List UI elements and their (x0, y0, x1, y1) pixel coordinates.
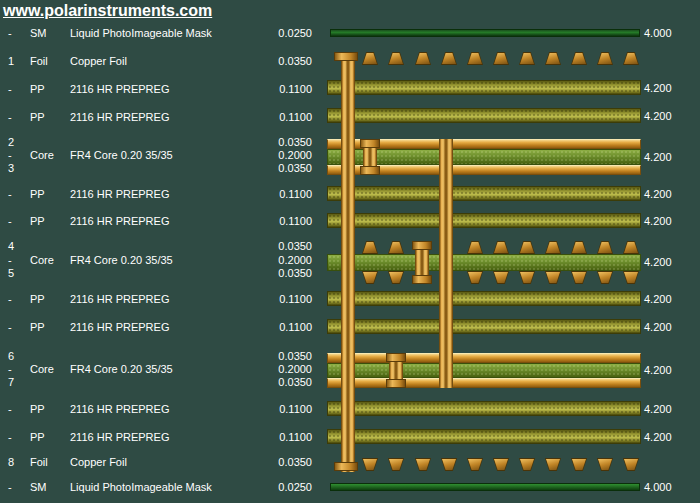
layer-description: FR4 Core 0.20 35/35 (70, 254, 173, 266)
layer-type: Foil (30, 456, 48, 468)
layer-number: - (8, 111, 12, 123)
copper-trace (623, 241, 639, 254)
layer-description: 2116 HR PREPREG (70, 403, 169, 415)
copper-trace-fill (363, 53, 377, 64)
layer-thickness: 0.0350 (230, 136, 312, 148)
copper-trace (388, 241, 404, 254)
prepreg-bar (327, 319, 641, 334)
copper-trace (519, 271, 535, 284)
layer-number: 8 (8, 456, 14, 468)
copper-trace (362, 458, 378, 471)
layer-number: - (8, 431, 12, 443)
copper-trace (467, 241, 483, 254)
layer-thickness: 0.2000 (230, 254, 312, 266)
copper-trace-fill (598, 242, 612, 253)
layer-number: 2 (8, 136, 14, 148)
layer-thickness: 0.2000 (230, 363, 312, 375)
layer-number: - (8, 83, 12, 95)
layer-thickness: 0.1100 (230, 111, 312, 123)
copper-trace-fill (363, 459, 377, 470)
layer-type: PP (30, 321, 45, 333)
copper-trace (362, 241, 378, 254)
prepreg-bar (327, 291, 641, 306)
layer-number: - (8, 321, 12, 333)
site-link[interactable]: www.polarinstruments.com (3, 2, 212, 20)
layer-description: 2116 HR PREPREG (70, 293, 169, 305)
core-dielectric-bar (327, 254, 641, 271)
layer-thickness: 0.0350 (230, 350, 312, 362)
layer-type: Core (30, 363, 54, 375)
prepreg-bar (327, 401, 641, 416)
layer-thickness: 0.1100 (230, 293, 312, 305)
via-pad (334, 462, 358, 471)
via-pad (360, 139, 380, 148)
copper-trace-fill (624, 459, 638, 470)
copper-trace-fill (494, 272, 508, 283)
copper-trace (388, 458, 404, 471)
copper-trace-fill (546, 53, 560, 64)
layer-number: - (8, 254, 12, 266)
copper-trace-fill (546, 272, 560, 283)
copper-trace-fill (468, 272, 482, 283)
layer-width-label: 4.200 (644, 151, 672, 163)
layer-width-label: 4.000 (644, 481, 672, 493)
via-pad (386, 379, 406, 388)
copper-trace-fill (520, 272, 534, 283)
layer-thickness: 0.1100 (230, 403, 312, 415)
copper-trace (493, 241, 509, 254)
layer-number: 6 (8, 350, 14, 362)
layer-type: PP (30, 403, 45, 415)
layer-thickness: 0.0350 (230, 376, 312, 388)
layer-thickness: 0.0250 (230, 481, 312, 493)
copper-trace (519, 458, 535, 471)
layer-description: FR4 Core 0.20 35/35 (70, 149, 173, 161)
copper-trace (571, 271, 587, 284)
layer-thickness: 0.0350 (230, 240, 312, 252)
copper-plane-bar (327, 378, 641, 388)
copper-trace (545, 458, 561, 471)
layer-number: 3 (8, 162, 14, 174)
copper-trace (441, 458, 457, 471)
copper-trace (545, 52, 561, 65)
copper-trace-fill (520, 242, 534, 253)
copper-trace-fill (572, 459, 586, 470)
layer-type: Foil (30, 55, 48, 67)
layer-width-label: 4.200 (644, 431, 672, 443)
copper-trace (571, 458, 587, 471)
layer-width-label: 4.200 (644, 188, 672, 200)
layer-number: 4 (8, 240, 14, 252)
copper-trace (388, 271, 404, 284)
copper-trace-fill (389, 242, 403, 253)
layer-thickness: 0.0350 (230, 267, 312, 279)
via-pad (360, 166, 380, 175)
copper-trace (545, 241, 561, 254)
layer-width-label: 4.200 (644, 321, 672, 333)
copper-trace-fill (494, 242, 508, 253)
pcb-stackup-panel: www.polarinstruments.com -SMLiquid Photo… (0, 0, 700, 503)
copper-trace-fill (363, 242, 377, 253)
via-barrel (341, 52, 355, 472)
layer-description: 2116 HR PREPREG (70, 321, 169, 333)
copper-trace-fill (416, 459, 430, 470)
layer-width-label: 4.200 (644, 215, 672, 227)
copper-trace (623, 52, 639, 65)
copper-trace (519, 241, 535, 254)
copper-trace-fill (468, 242, 482, 253)
copper-trace-fill (572, 272, 586, 283)
layer-number: - (8, 27, 12, 39)
layer-thickness: 0.1100 (230, 215, 312, 227)
prepreg-bar (327, 80, 641, 95)
soldermask-bar (330, 29, 640, 37)
via-pad (412, 241, 432, 250)
copper-trace (597, 52, 613, 65)
layer-type: SM (30, 27, 47, 39)
soldermask-bar (330, 483, 640, 491)
copper-trace (441, 52, 457, 65)
layer-width-label: 4.200 (644, 110, 672, 122)
copper-trace-fill (546, 242, 560, 253)
copper-trace-fill (389, 459, 403, 470)
copper-trace (362, 52, 378, 65)
layer-number: 1 (8, 55, 14, 67)
layer-width-label: 4.000 (644, 27, 672, 39)
prepreg-bar (327, 186, 641, 201)
